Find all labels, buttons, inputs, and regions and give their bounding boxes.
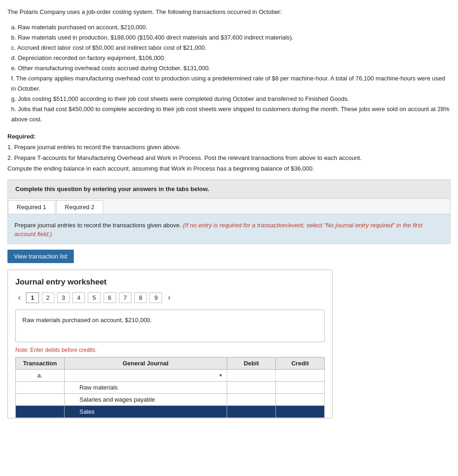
required-label: Required: [7,133,36,140]
transaction-g: g. Jobs costing $511,000 according to th… [11,94,451,104]
journal-worksheet-title: Journal entry worksheet [15,278,325,287]
transaction-d: d. Depreciation recorded on factory equi… [11,53,451,63]
col-header-credit: Credit [275,357,324,369]
table-row: a. ▼ [16,369,325,381]
debit-cell-salaries[interactable] [227,393,275,405]
debit-cell-a[interactable] [227,369,275,381]
credit-cell-salaries[interactable] [275,393,324,405]
general-journal-cell-salaries: Salaries and wages payable [64,393,227,405]
credit-cell-sales[interactable] [275,405,324,417]
transaction-b: b. Raw materials used in production, $18… [11,33,451,43]
debit-cell-raw[interactable] [227,381,275,393]
required-item-2-cont: Compute the ending balance in each accou… [7,164,451,174]
transaction-f: f. The company applies manufacturing ove… [11,73,451,94]
col-header-transaction: Transaction [16,357,65,369]
col-header-general-journal: General Journal [64,357,227,369]
tab-content: Prepare journal entries to record the tr… [8,214,450,244]
tab-required-1[interactable]: Required 1 [8,200,55,214]
tab-required-2[interactable]: Required 2 [56,200,104,214]
nav-row: ‹ 1 2 3 4 5 6 7 8 9 › [15,292,325,303]
tab-instruction: Prepare journal entries to record the tr… [14,221,444,239]
nav-num-4[interactable]: 4 [72,292,85,303]
note-text: Note: Enter debits before credits. [15,347,325,353]
view-transaction-button[interactable]: View transaction list [7,250,74,263]
required-item-2: 2. Prepare T-accounts for Manufacturing … [7,153,451,163]
instruction-main: Prepare journal entries to record the tr… [14,222,181,229]
credit-cell-raw[interactable] [275,381,324,393]
required-section: Required: 1. Prepare journal entries to … [7,132,451,173]
nav-num-8[interactable]: 8 [134,292,147,303]
table-row: Salaries and wages payable [16,393,325,405]
tabs-container: Required 1 Required 2 Prepare journal en… [7,198,451,244]
tabs-row: Required 1 Required 2 [8,198,450,214]
transaction-cell-empty-1 [16,381,65,393]
raw-materials-label: Raw materials [68,384,118,391]
col-header-debit: Debit [227,357,275,369]
nav-num-2[interactable]: 2 [42,292,54,303]
general-journal-cell-a[interactable]: ▼ [64,369,227,381]
transaction-e: e. Other manufacturing overhead costs ac… [11,63,451,73]
sales-label: Sales [68,408,95,415]
nav-prev-arrow[interactable]: ‹ [15,292,23,303]
transaction-cell-empty-3 [16,405,65,417]
nav-num-5[interactable]: 5 [88,292,100,303]
salaries-wages-label: Salaries and wages payable [68,396,155,403]
credit-cell-a[interactable] [275,369,324,381]
dropdown-arrow-a[interactable]: ▼ [218,373,223,378]
journal-worksheet: Journal entry worksheet ‹ 1 2 3 4 5 6 7 … [7,270,333,418]
journal-table: Transaction General Journal Debit Credit… [15,357,325,418]
complete-box-text: Complete this question by entering your … [15,185,209,192]
table-row-selected: Sales [16,405,325,417]
table-row: Raw materials [16,381,325,393]
transactions-list: a. Raw materials purchased on account, $… [11,22,451,125]
debit-cell-sales[interactable] [227,405,275,417]
required-item-1: 1. Prepare journal entries to record the… [7,143,451,152]
nav-num-6[interactable]: 6 [104,292,116,303]
transaction-c: c. Accrued direct labor cost of $50,000 … [11,43,451,53]
description-box: Raw materials purchased on account, $210… [15,310,325,342]
general-journal-cell-sales[interactable]: Sales [64,405,227,417]
transaction-cell-a: a. [16,369,65,381]
general-journal-cell-raw: Raw materials [64,381,227,393]
intro-text: The Polaris Company uses a job-order cos… [7,7,451,17]
nav-num-9[interactable]: 9 [150,292,162,303]
transaction-cell-empty-2 [16,393,65,405]
transaction-a: a. Raw materials purchased on account, $… [11,22,451,33]
complete-box: Complete this question by entering your … [7,179,451,198]
nav-next-arrow[interactable]: › [165,292,173,303]
nav-num-3[interactable]: 3 [57,292,70,303]
nav-num-7[interactable]: 7 [119,292,131,303]
nav-num-1[interactable]: 1 [26,292,39,303]
transaction-h: h. Jobs that had cost $450,000 to comple… [11,104,451,125]
